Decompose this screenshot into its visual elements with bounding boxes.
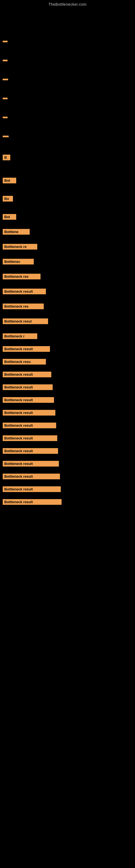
list-item: B <box>3 154 135 161</box>
row-spacer <box>3 81 135 97</box>
list-item <box>3 116 135 119</box>
list-item: Bo <box>3 195 135 202</box>
bottleneck-result-label <box>3 98 8 99</box>
bottleneck-result-label <box>3 60 8 61</box>
row-spacer <box>3 280 135 288</box>
bottleneck-result-label <box>3 79 8 80</box>
bottleneck-result-label: Bottleneck result <box>3 397 54 403</box>
bottleneck-result-label: Bottleneck result <box>3 346 50 352</box>
list-item: Bottleneck result <box>3 499 135 505</box>
row-spacer <box>3 202 135 214</box>
row-spacer <box>3 265 135 273</box>
row-spacer <box>3 100 135 116</box>
row-spacer <box>3 454 135 460</box>
list-item: Bottleneck result <box>3 409 135 416</box>
list-item: Bot <box>3 177 135 184</box>
row-spacer <box>3 429 135 435</box>
list-item <box>3 78 135 81</box>
bottleneck-result-label: Bo <box>3 196 13 202</box>
list-item: Bottleneck r <box>3 333 135 340</box>
bottleneck-list: BBotBoBolBottleneBottleneck reBottlenecB… <box>0 8 135 508</box>
bottleneck-result-label: Bottleneck r <box>3 333 37 339</box>
list-item: Bottleneck res <box>3 303 135 310</box>
row-spacer <box>3 340 135 346</box>
list-item: Bottleneck result <box>3 346 135 352</box>
bottleneck-result-label: Bot <box>3 178 16 183</box>
list-item: Bottleneck res <box>3 273 135 280</box>
row-spacer <box>3 10 135 40</box>
bottleneck-result-label <box>3 41 8 42</box>
list-item: Bottlene <box>3 228 135 235</box>
row-spacer <box>3 235 135 243</box>
row-spacer <box>3 62 135 78</box>
bottleneck-result-label: Bottleneck result <box>3 486 61 492</box>
row-spacer <box>3 310 135 318</box>
list-item <box>3 40 135 43</box>
bottleneck-result-label: Bottleneck result <box>3 448 58 454</box>
list-item: Bottleneck result <box>3 447 135 454</box>
bottleneck-result-label <box>3 117 8 118</box>
bottleneck-result-label: Bottleneck result <box>3 372 51 377</box>
row-spacer <box>3 220 135 228</box>
bottleneck-result-label: Bottleneck result <box>3 410 55 415</box>
row-spacer <box>3 43 135 59</box>
bottleneck-result-label: Bottleneck result <box>3 499 61 505</box>
bottleneck-result-label: Bottleneck resu <box>3 359 46 365</box>
bottleneck-result-label: Bottleneck res <box>3 304 44 309</box>
bottleneck-result-label: Bottleneck re <box>3 244 37 250</box>
row-spacer <box>3 442 135 447</box>
row-spacer <box>3 403 135 409</box>
row-spacer <box>3 352 135 358</box>
row-spacer <box>3 295 135 303</box>
row-spacer <box>3 480 135 486</box>
list-item <box>3 135 135 138</box>
row-spacer <box>3 493 135 499</box>
bottleneck-result-label: Bottleneck resul <box>3 318 48 324</box>
list-item: Bottleneck resul <box>3 318 135 325</box>
bottleneck-result-label: Bottlenec <box>3 259 34 265</box>
row-spacer <box>3 378 135 384</box>
bottleneck-result-label: Bottleneck result <box>3 289 46 294</box>
row-spacer <box>3 467 135 473</box>
bottleneck-result-label: Bottlene <box>3 229 30 235</box>
list-item: Bottleneck result <box>3 384 135 391</box>
bottleneck-result-label: Bottleneck result <box>3 384 53 390</box>
site-title-bar: TheBottlenecker.com <box>0 0 135 8</box>
bottleneck-result-label <box>3 135 9 137</box>
list-item: Bottleneck result <box>3 486 135 493</box>
list-item: Bol <box>3 214 135 220</box>
list-item: Bottleneck result <box>3 460 135 467</box>
bottleneck-result-label: B <box>3 155 10 160</box>
bottleneck-result-label: Bottleneck res <box>3 274 41 279</box>
list-item: Bottleneck result <box>3 473 135 480</box>
row-spacer <box>3 365 135 371</box>
row-spacer <box>3 250 135 258</box>
list-item: Bottleneck result <box>3 371 135 378</box>
bottleneck-result-label: Bottleneck result <box>3 423 56 428</box>
row-spacer <box>3 161 135 177</box>
list-item: Bottleneck result <box>3 397 135 403</box>
row-spacer <box>3 138 135 154</box>
list-item: Bottleneck result <box>3 435 135 442</box>
list-item: Bottlenec <box>3 258 135 265</box>
row-spacer <box>3 325 135 333</box>
bottleneck-result-label: Bol <box>3 214 16 220</box>
list-item <box>3 59 135 62</box>
bottleneck-result-label: Bottleneck result <box>3 461 59 467</box>
row-spacer <box>3 391 135 397</box>
list-item: Bottleneck resu <box>3 358 135 365</box>
list-item <box>3 97 135 100</box>
bottleneck-result-label: Bottleneck result <box>3 474 60 479</box>
row-spacer <box>3 416 135 422</box>
row-spacer <box>3 119 135 135</box>
row-spacer <box>3 184 135 195</box>
site-title: TheBottlenecker.com <box>0 0 135 8</box>
list-item: Bottleneck result <box>3 422 135 429</box>
list-item: Bottleneck result <box>3 288 135 295</box>
bottleneck-result-label: Bottleneck result <box>3 435 57 441</box>
list-item: Bottleneck re <box>3 243 135 250</box>
